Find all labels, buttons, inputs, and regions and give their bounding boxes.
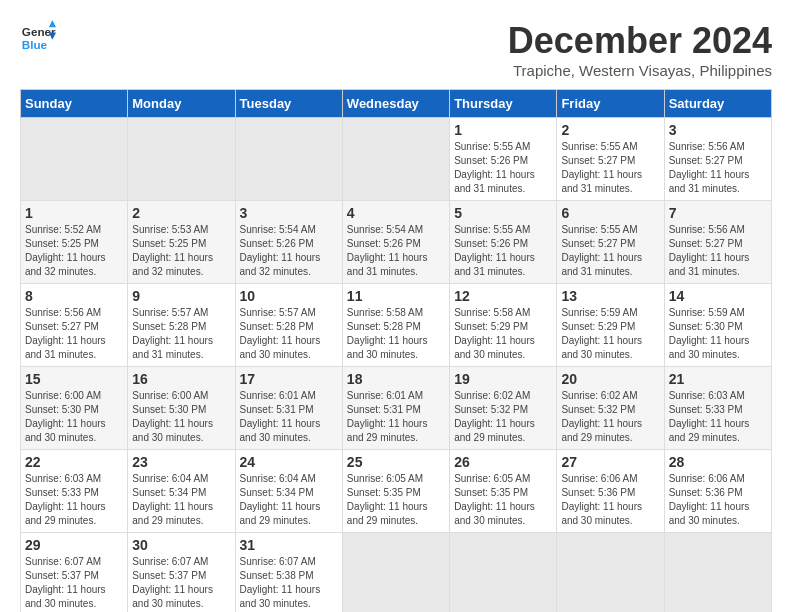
calendar-cell: 1Sunrise: 5:55 AM Sunset: 5:26 PM Daylig…: [450, 118, 557, 201]
calendar-cell: 26Sunrise: 6:05 AM Sunset: 5:35 PM Dayli…: [450, 450, 557, 533]
day-info: Sunrise: 6:07 AM Sunset: 5:37 PM Dayligh…: [25, 555, 123, 611]
calendar-cell: 16Sunrise: 6:00 AM Sunset: 5:30 PM Dayli…: [128, 367, 235, 450]
day-info: Sunrise: 6:07 AM Sunset: 5:38 PM Dayligh…: [240, 555, 338, 611]
day-number: 28: [669, 454, 767, 470]
weekday-header-saturday: Saturday: [664, 90, 771, 118]
day-number: 31: [240, 537, 338, 553]
calendar-cell: 29Sunrise: 6:07 AM Sunset: 5:37 PM Dayli…: [21, 533, 128, 613]
calendar-cell: 27Sunrise: 6:06 AM Sunset: 5:36 PM Dayli…: [557, 450, 664, 533]
calendar-cell: [342, 118, 449, 201]
day-info: Sunrise: 5:52 AM Sunset: 5:25 PM Dayligh…: [25, 223, 123, 279]
day-info: Sunrise: 6:00 AM Sunset: 5:30 PM Dayligh…: [25, 389, 123, 445]
day-number: 1: [454, 122, 552, 138]
day-info: Sunrise: 5:56 AM Sunset: 5:27 PM Dayligh…: [669, 223, 767, 279]
day-info: Sunrise: 6:02 AM Sunset: 5:32 PM Dayligh…: [454, 389, 552, 445]
day-info: Sunrise: 6:04 AM Sunset: 5:34 PM Dayligh…: [132, 472, 230, 528]
calendar-cell: 10Sunrise: 5:57 AM Sunset: 5:28 PM Dayli…: [235, 284, 342, 367]
calendar-cell: 23Sunrise: 6:04 AM Sunset: 5:34 PM Dayli…: [128, 450, 235, 533]
weekday-header-thursday: Thursday: [450, 90, 557, 118]
calendar-cell: [450, 533, 557, 613]
calendar-cell: 17Sunrise: 6:01 AM Sunset: 5:31 PM Dayli…: [235, 367, 342, 450]
day-info: Sunrise: 6:02 AM Sunset: 5:32 PM Dayligh…: [561, 389, 659, 445]
weekday-header-tuesday: Tuesday: [235, 90, 342, 118]
day-number: 22: [25, 454, 123, 470]
day-number: 6: [561, 205, 659, 221]
calendar-cell: 3Sunrise: 5:56 AM Sunset: 5:27 PM Daylig…: [664, 118, 771, 201]
calendar-cell: 1Sunrise: 5:52 AM Sunset: 5:25 PM Daylig…: [21, 201, 128, 284]
calendar-cell: 3Sunrise: 5:54 AM Sunset: 5:26 PM Daylig…: [235, 201, 342, 284]
day-info: Sunrise: 6:06 AM Sunset: 5:36 PM Dayligh…: [669, 472, 767, 528]
day-number: 18: [347, 371, 445, 387]
day-number: 5: [454, 205, 552, 221]
calendar-cell: 2Sunrise: 5:55 AM Sunset: 5:27 PM Daylig…: [557, 118, 664, 201]
calendar-cell: [342, 533, 449, 613]
week-row-3: 8Sunrise: 5:56 AM Sunset: 5:27 PM Daylig…: [21, 284, 772, 367]
day-number: 16: [132, 371, 230, 387]
calendar-cell: 25Sunrise: 6:05 AM Sunset: 5:35 PM Dayli…: [342, 450, 449, 533]
day-number: 7: [669, 205, 767, 221]
page-header: General Blue December 2024 Trapiche, Wes…: [20, 20, 772, 79]
day-info: Sunrise: 6:01 AM Sunset: 5:31 PM Dayligh…: [347, 389, 445, 445]
day-number: 3: [669, 122, 767, 138]
day-number: 17: [240, 371, 338, 387]
day-info: Sunrise: 5:55 AM Sunset: 5:26 PM Dayligh…: [454, 140, 552, 196]
day-number: 1: [25, 205, 123, 221]
day-info: Sunrise: 6:03 AM Sunset: 5:33 PM Dayligh…: [669, 389, 767, 445]
logo: General Blue: [20, 20, 56, 56]
calendar-cell: 5Sunrise: 5:55 AM Sunset: 5:26 PM Daylig…: [450, 201, 557, 284]
day-info: Sunrise: 6:01 AM Sunset: 5:31 PM Dayligh…: [240, 389, 338, 445]
week-row-2: 1Sunrise: 5:52 AM Sunset: 5:25 PM Daylig…: [21, 201, 772, 284]
calendar-cell: [128, 118, 235, 201]
calendar-cell: 2Sunrise: 5:53 AM Sunset: 5:25 PM Daylig…: [128, 201, 235, 284]
day-number: 21: [669, 371, 767, 387]
day-number: 25: [347, 454, 445, 470]
calendar-cell: 12Sunrise: 5:58 AM Sunset: 5:29 PM Dayli…: [450, 284, 557, 367]
day-number: 8: [25, 288, 123, 304]
calendar-cell: 30Sunrise: 6:07 AM Sunset: 5:37 PM Dayli…: [128, 533, 235, 613]
calendar-cell: [664, 533, 771, 613]
week-row-1: 1Sunrise: 5:55 AM Sunset: 5:26 PM Daylig…: [21, 118, 772, 201]
week-row-4: 15Sunrise: 6:00 AM Sunset: 5:30 PM Dayli…: [21, 367, 772, 450]
day-number: 11: [347, 288, 445, 304]
day-number: 10: [240, 288, 338, 304]
day-info: Sunrise: 5:55 AM Sunset: 5:27 PM Dayligh…: [561, 140, 659, 196]
weekday-header-sunday: Sunday: [21, 90, 128, 118]
month-title: December 2024: [508, 20, 772, 62]
day-info: Sunrise: 5:56 AM Sunset: 5:27 PM Dayligh…: [25, 306, 123, 362]
day-info: Sunrise: 5:56 AM Sunset: 5:27 PM Dayligh…: [669, 140, 767, 196]
calendar-cell: 13Sunrise: 5:59 AM Sunset: 5:29 PM Dayli…: [557, 284, 664, 367]
calendar-cell: 20Sunrise: 6:02 AM Sunset: 5:32 PM Dayli…: [557, 367, 664, 450]
day-info: Sunrise: 6:05 AM Sunset: 5:35 PM Dayligh…: [454, 472, 552, 528]
day-number: 14: [669, 288, 767, 304]
day-number: 23: [132, 454, 230, 470]
day-number: 4: [347, 205, 445, 221]
week-row-5: 22Sunrise: 6:03 AM Sunset: 5:33 PM Dayli…: [21, 450, 772, 533]
calendar-cell: 18Sunrise: 6:01 AM Sunset: 5:31 PM Dayli…: [342, 367, 449, 450]
day-number: 13: [561, 288, 659, 304]
day-number: 9: [132, 288, 230, 304]
svg-text:Blue: Blue: [22, 38, 48, 51]
day-info: Sunrise: 5:54 AM Sunset: 5:26 PM Dayligh…: [347, 223, 445, 279]
day-number: 2: [561, 122, 659, 138]
svg-marker-2: [49, 20, 56, 27]
day-info: Sunrise: 6:05 AM Sunset: 5:35 PM Dayligh…: [347, 472, 445, 528]
calendar-cell: 4Sunrise: 5:54 AM Sunset: 5:26 PM Daylig…: [342, 201, 449, 284]
calendar-cell: 15Sunrise: 6:00 AM Sunset: 5:30 PM Dayli…: [21, 367, 128, 450]
day-info: Sunrise: 5:54 AM Sunset: 5:26 PM Dayligh…: [240, 223, 338, 279]
day-number: 15: [25, 371, 123, 387]
calendar-cell: 31Sunrise: 6:07 AM Sunset: 5:38 PM Dayli…: [235, 533, 342, 613]
day-info: Sunrise: 5:55 AM Sunset: 5:26 PM Dayligh…: [454, 223, 552, 279]
logo-icon: General Blue: [20, 20, 56, 56]
weekday-header-row: SundayMondayTuesdayWednesdayThursdayFrid…: [21, 90, 772, 118]
calendar-cell: 14Sunrise: 5:59 AM Sunset: 5:30 PM Dayli…: [664, 284, 771, 367]
day-info: Sunrise: 6:03 AM Sunset: 5:33 PM Dayligh…: [25, 472, 123, 528]
day-number: 3: [240, 205, 338, 221]
day-info: Sunrise: 5:57 AM Sunset: 5:28 PM Dayligh…: [132, 306, 230, 362]
calendar-table: SundayMondayTuesdayWednesdayThursdayFrid…: [20, 89, 772, 612]
calendar-cell: 22Sunrise: 6:03 AM Sunset: 5:33 PM Dayli…: [21, 450, 128, 533]
day-number: 24: [240, 454, 338, 470]
calendar-cell: [235, 118, 342, 201]
calendar-cell: 24Sunrise: 6:04 AM Sunset: 5:34 PM Dayli…: [235, 450, 342, 533]
day-number: 2: [132, 205, 230, 221]
calendar-cell: 6Sunrise: 5:55 AM Sunset: 5:27 PM Daylig…: [557, 201, 664, 284]
